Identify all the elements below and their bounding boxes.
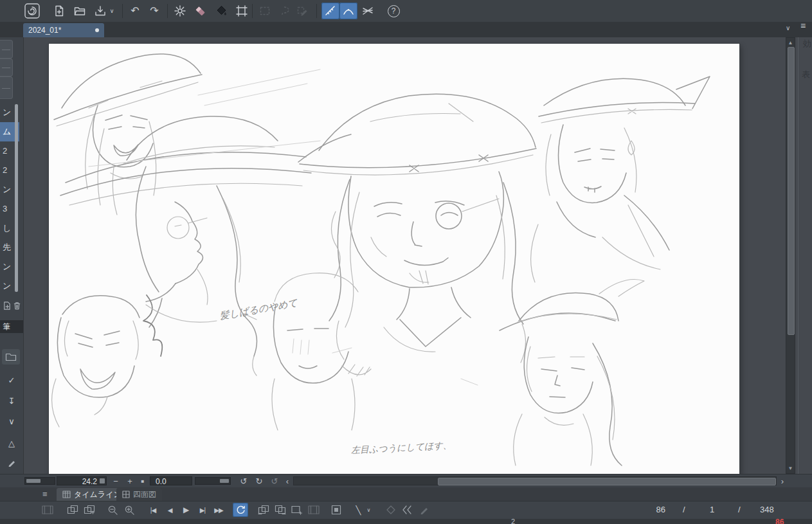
subtool-scrollbar[interactable] xyxy=(15,104,18,292)
snap-to-grid-button[interactable] xyxy=(359,3,377,19)
import-button[interactable]: ↧ xyxy=(4,393,19,408)
collapsed-panel-fragment[interactable] xyxy=(0,59,13,77)
clear-button[interactable] xyxy=(171,3,189,19)
vertical-scrollbar[interactable]: ▲ ▼ xyxy=(786,37,795,474)
toolbar-separator xyxy=(122,4,123,18)
fit-to-screen-button[interactable]: ■ xyxy=(137,476,149,487)
fill-button[interactable] xyxy=(212,3,230,19)
menu-icon: ≡ xyxy=(42,489,48,499)
square-icon: ■ xyxy=(141,478,145,484)
scroll-up-arrow[interactable]: ▲ xyxy=(786,39,795,47)
check-toggle-button[interactable]: ✓ xyxy=(4,373,19,387)
main-toolbar: ∨ ↶ ↷ xyxy=(0,0,812,23)
new-subtool-button[interactable] xyxy=(2,301,12,312)
zoom-in-button[interactable]: + xyxy=(123,476,136,487)
onion-next-icon xyxy=(275,505,286,515)
scroll-down-arrow[interactable]: ▼ xyxy=(786,464,795,473)
timeline-menu-button[interactable]: ≡ xyxy=(42,489,48,499)
horizontal-scrollbar[interactable] xyxy=(293,476,777,485)
rotation-slider-thumb[interactable] xyxy=(220,479,229,483)
line-icon: ╲ xyxy=(356,505,361,515)
edit-timeline-button[interactable] xyxy=(417,503,432,517)
undo-button[interactable]: ↶ xyxy=(126,3,144,19)
collapsed-panel-fragment[interactable] xyxy=(0,40,13,59)
reset-rotation-button[interactable]: ↺ xyxy=(267,476,282,487)
save-menu-chevron[interactable]: ∨ xyxy=(107,3,117,19)
sketch-character-bottom-right xyxy=(500,280,644,466)
material-folder-button[interactable] xyxy=(2,349,20,365)
tab-four-view[interactable]: 四面図 xyxy=(116,488,162,501)
line-tool-chevron[interactable]: ∨ xyxy=(364,503,373,517)
help-button[interactable]: ? xyxy=(384,3,402,19)
timeline-zoom-out-button[interactable] xyxy=(105,503,120,517)
canvas-sketch-svg xyxy=(49,44,739,474)
timeline-zoom-in-button[interactable] xyxy=(122,503,137,517)
snap-to-ruler-button[interactable] xyxy=(321,3,339,19)
snap-to-special-ruler-button[interactable] xyxy=(339,3,357,19)
invert-selection-button[interactable] xyxy=(275,3,293,19)
next-frame-button[interactable]: ▶| xyxy=(195,503,210,517)
skip-to-end-button[interactable]: ▶▶ xyxy=(211,503,226,517)
horizontal-scrollbar-thumb[interactable] xyxy=(438,478,776,485)
reset-rotation-icon: ↺ xyxy=(271,476,278,486)
canvas-size-button[interactable] xyxy=(233,3,251,19)
zoom-value[interactable]: 24.2 xyxy=(57,476,107,485)
play-button[interactable]: ▶ xyxy=(178,503,194,517)
new-file-button[interactable] xyxy=(50,3,68,19)
pencil-icon xyxy=(8,458,16,467)
zoom-slider-thumb[interactable] xyxy=(26,479,41,483)
panel-splitter[interactable] xyxy=(798,37,798,474)
keyframe-button[interactable] xyxy=(383,503,399,517)
tab-list-button[interactable]: ∨ xyxy=(786,24,790,32)
left-tool-rail: ン ム 2 2 ン 3 し 先 ン ン 筆 ✓ ↧ ∨ △ xyxy=(0,37,24,524)
loop-playback-button[interactable] xyxy=(233,503,248,517)
frame-separator: / xyxy=(738,505,741,514)
zoom-spin-handle[interactable] xyxy=(100,478,105,483)
sketch-stray-lines xyxy=(89,69,478,385)
previous-frame-button[interactable]: ◀ xyxy=(162,503,177,517)
scroll-right-arrow[interactable]: › xyxy=(778,476,787,487)
caret-down-icon: ∨ xyxy=(8,417,15,426)
open-file-button[interactable] xyxy=(71,3,89,19)
line-tool-button[interactable]: ╲ xyxy=(352,503,364,517)
new-animation-cel-button[interactable] xyxy=(289,503,305,517)
zoom-out-button[interactable]: − xyxy=(109,476,122,487)
onion-skin-prev-button[interactable] xyxy=(256,503,271,517)
rotate-ccw-icon: ↺ xyxy=(240,476,248,486)
frame-settings-button[interactable] xyxy=(40,503,55,517)
new-cel-button[interactable] xyxy=(65,503,80,517)
skip-to-start-button[interactable]: |◀ xyxy=(145,503,161,517)
onion-skin-toggle-button[interactable] xyxy=(329,503,344,517)
sketch-character-bottom-left xyxy=(52,296,140,427)
four-view-tab-icon xyxy=(122,491,130,498)
panel-menu-button[interactable]: ≡ xyxy=(800,21,806,31)
cel-specification-button[interactable] xyxy=(306,503,321,517)
palette-band-brush[interactable]: 筆 xyxy=(0,320,23,333)
new-file-icon xyxy=(53,5,66,17)
zoom-slider[interactable] xyxy=(24,477,55,485)
redo-button[interactable]: ↷ xyxy=(145,3,163,19)
expand-button[interactable]: ∨ xyxy=(4,414,19,428)
rotation-slider[interactable] xyxy=(195,477,231,485)
scroll-left-arrow[interactable]: ‹ xyxy=(283,476,292,487)
rotation-value[interactable]: 0.0 xyxy=(150,476,192,485)
triangle-tool-button[interactable]: △ xyxy=(4,436,19,450)
chevron-down-icon: ∨ xyxy=(786,24,790,32)
new-cel-folder-button[interactable] xyxy=(82,503,97,517)
onion-skin-next-button[interactable] xyxy=(273,503,288,517)
frame-rate-button[interactable] xyxy=(400,503,415,517)
document-tab[interactable]: 2024_01* xyxy=(23,23,104,37)
vertical-scrollbar-thumb[interactable] xyxy=(788,47,795,335)
collapsed-panel-fragment[interactable] xyxy=(0,77,13,99)
drawing-canvas[interactable]: 髪しばるのやめて 左目ふつうにしてほす、 xyxy=(49,44,739,474)
eraser-button[interactable] xyxy=(192,3,210,19)
lasso-icon xyxy=(278,5,291,17)
pencil-tool-button[interactable] xyxy=(4,455,19,469)
rotate-cw-button[interactable]: ↻ xyxy=(252,476,266,487)
selection-pen-button[interactable] xyxy=(293,3,311,19)
delete-subtool-button[interactable] xyxy=(12,301,22,312)
timeline-ruler[interactable]: 2 86 xyxy=(0,519,812,524)
rotate-ccw-button[interactable]: ↺ xyxy=(237,476,251,487)
deselect-button[interactable] xyxy=(256,3,274,19)
selection-rect-icon xyxy=(258,5,271,17)
